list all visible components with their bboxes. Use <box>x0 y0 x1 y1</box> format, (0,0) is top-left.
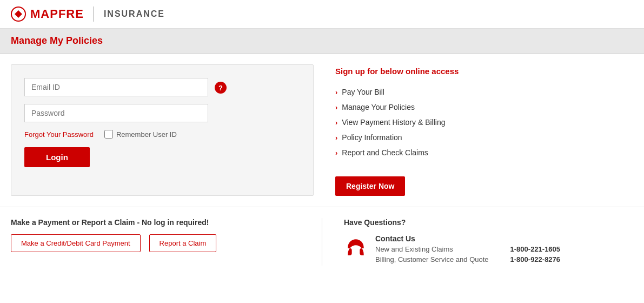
contact-billing-row: Billing, Customer Service and Quote 1-80… <box>375 255 560 264</box>
login-section: ? Forgot Your Password Remember User ID … <box>11 64 314 196</box>
feature-text: Policy Information <box>342 133 402 142</box>
form-options-row: Forgot Your Password Remember User ID <box>24 130 300 139</box>
page-banner: Manage My Policies <box>0 29 644 54</box>
payment-heading: Make a Payment or Report a Claim - No lo… <box>11 218 300 227</box>
contact-billing-label: Billing, Customer Service and Quote <box>375 255 489 264</box>
chevron-icon: › <box>335 118 337 127</box>
contact-claims-row: New and Existing Claims 1-800-221-1605 <box>375 245 560 253</box>
headset-icon <box>344 235 368 259</box>
help-icon[interactable]: ? <box>215 82 227 94</box>
feature-list: ›Pay Your Bill›Manage Your Policies›View… <box>335 84 633 160</box>
feature-list-item: ›View Payment History & Billing <box>335 115 633 130</box>
feature-list-item: ›Pay Your Bill <box>335 84 633 100</box>
logo-insurance: INSURANCE <box>104 9 165 19</box>
feature-list-item: ›Policy Information <box>335 130 633 145</box>
right-panel: Sign up for below online access ›Pay You… <box>335 64 633 196</box>
chevron-icon: › <box>335 88 337 96</box>
logo-container: MAPFRE INSURANCE <box>11 6 165 22</box>
feature-text: Pay Your Bill <box>342 88 384 96</box>
remember-checkbox[interactable] <box>104 130 113 139</box>
remember-text: Remember User ID <box>116 130 177 139</box>
contact-claims-phone: 1-800-221-1605 <box>510 245 561 253</box>
feature-text: Report and Check Claims <box>342 148 428 157</box>
feature-list-item: ›Report and Check Claims <box>335 145 633 160</box>
page-title: Manage My Policies <box>11 35 633 47</box>
contact-title: Contact Us <box>375 234 560 243</box>
questions-heading: Have Questions? <box>344 218 633 227</box>
logo-divider <box>94 6 94 22</box>
chevron-icon: › <box>335 149 337 157</box>
payment-claims: Make a Payment or Report a Claim - No lo… <box>11 218 322 266</box>
chevron-icon: › <box>335 103 337 111</box>
bottom-buttons: Make a Credit/Debit Card Payment Report … <box>11 234 300 252</box>
feature-text: Manage Your Policies <box>342 103 415 111</box>
questions-section: Have Questions? Contact Us New and Exist… <box>322 218 633 266</box>
bottom-section: Make a Payment or Report a Claim - No lo… <box>0 207 644 276</box>
contact-billing-phone: 1-800-922-8276 <box>510 255 561 264</box>
contact-row: Contact Us New and Existing Claims 1-800… <box>344 234 633 266</box>
report-claim-button[interactable]: Report a Claim <box>149 234 217 252</box>
contact-claims-label: New and Existing Claims <box>375 245 453 253</box>
email-input[interactable] <box>24 78 208 96</box>
remember-label: Remember User ID <box>104 130 177 139</box>
contact-info: Contact Us New and Existing Claims 1-800… <box>375 234 560 266</box>
email-group: ? <box>24 78 300 96</box>
logo-diamond-icon <box>15 10 22 18</box>
logo-mapfre: MAPFRE <box>30 7 84 21</box>
password-group <box>24 104 300 122</box>
main-content: ? Forgot Your Password Remember User ID … <box>0 54 644 207</box>
login-button[interactable]: Login <box>24 147 90 167</box>
signup-heading: Sign up for below online access <box>335 67 633 76</box>
password-input[interactable] <box>24 104 208 122</box>
feature-list-item: ›Manage Your Policies <box>335 100 633 115</box>
feature-text: View Payment History & Billing <box>342 118 445 127</box>
chevron-icon: › <box>335 134 337 142</box>
header: MAPFRE INSURANCE <box>0 0 644 29</box>
logo-circle-icon <box>11 6 26 22</box>
credit-debit-button[interactable]: Make a Credit/Debit Card Payment <box>11 234 141 252</box>
register-button[interactable]: Register Now <box>335 176 405 196</box>
forgot-password-link[interactable]: Forgot Your Password <box>24 130 94 139</box>
